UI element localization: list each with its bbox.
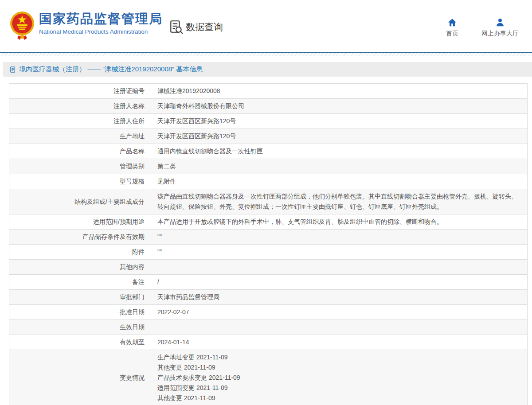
page-title: 境内医疗器械（注册） —— “津械注准20192020008” 基本信息 [19, 65, 203, 74]
row-label: 型号规格 [9, 174, 151, 189]
row-label: 批准日期 [9, 305, 151, 320]
row-value: 天津市药品监督管理局 [151, 290, 528, 305]
row-value: "" [151, 230, 528, 245]
row-value: 天津开发区西区新兴路120号 [151, 129, 528, 144]
table-row: 生产地址 天津开发区西区新兴路120号 [9, 129, 528, 144]
row-label: 产品名称 [9, 144, 151, 159]
change-record-line: 生产地址变更 2021-11-09 [157, 352, 521, 362]
nav-item-home[interactable]: 首页 [440, 18, 465, 38]
national-emblem-logo[interactable] [8, 10, 36, 41]
row-label: 注册人住所 [9, 114, 151, 129]
table-row: 结构及组成/主要组成成分 该产品由直线切割吻合器器身及一次性钉匣两部分组成，他们… [9, 189, 528, 214]
table-row: 型号规格 见附件 [9, 174, 528, 189]
row-value [151, 320, 528, 335]
table-row: 变更情况 生产地址变更 2021-11-09其他变更 2021-11-09产品技… [9, 350, 528, 405]
row-label: 产品储存条件及有效期 [9, 230, 151, 245]
change-record-line: 产品技术要求变更 2021-11-09 [157, 373, 521, 383]
nav-item-label: 首页 [446, 30, 458, 38]
site-subtitle: National Medical Products Administration [39, 28, 163, 35]
row-label: 适用范围/预期用途 [9, 214, 151, 230]
row-label: 生产地址 [9, 129, 151, 144]
row-value: 生产地址变更 2021-11-09其他变更 2021-11-09产品技术要求变更… [151, 350, 528, 405]
decor-hatch-strip [0, 53, 532, 56]
table-row: 适用范围/预期用途 本产品适用于开放或腔镜下的外科手术中，肺、支气管组织及胃、肠… [9, 214, 528, 230]
row-value: 天津开发区西区新兴路120号 [151, 114, 528, 129]
table-row: 产品名称 通用内镜直线切割吻合器及一次性钉匣 [9, 144, 528, 159]
row-value: 2022-02-07 [151, 305, 528, 320]
registration-info-table: 注册证编号 津械注准20192020008 注册人名称 天津瑞奇外科器械股份有限… [9, 83, 528, 405]
national-emblem-icon [8, 10, 36, 41]
user-icon [495, 18, 505, 27]
table-row: 审批部门 天津市药品监督管理局 [9, 290, 528, 305]
home-icon [447, 18, 457, 27]
table-row: 产品储存条件及有效期 "" [9, 230, 528, 245]
data-query-label: 数据查询 [186, 21, 223, 33]
row-label: 结构及组成/主要组成成分 [9, 189, 151, 214]
header-nav: 首页 网上办事大厅 [440, 18, 519, 38]
nav-item-service-hall[interactable]: 网上办事大厅 [481, 18, 519, 38]
row-label: 审批部门 [9, 290, 151, 305]
table-row: 备注 / [9, 275, 528, 290]
change-record-line: 其他变更 2021-11-09 [157, 393, 521, 403]
row-label: 生效日期 [9, 320, 151, 335]
row-value: 津械注准20192020008 [151, 84, 528, 99]
row-value: 天津瑞奇外科器械股份有限公司 [151, 99, 528, 114]
row-label: 其他内容 [9, 260, 151, 275]
row-label: 附件 [9, 245, 151, 260]
registration-info-table-wrap: 注册证编号 津械注准20192020008 注册人名称 天津瑞奇外科器械股份有限… [9, 83, 528, 405]
site-title: 国家药品监督管理局 [39, 12, 163, 26]
row-label: 注册人名称 [9, 99, 151, 114]
change-record-line: 其他变更 2021-11-09 [157, 362, 521, 373]
table-row: 批准日期 2022-02-07 [9, 305, 528, 320]
info-table-body: 注册证编号 津械注准20192020008 注册人名称 天津瑞奇外科器械股份有限… [9, 84, 528, 405]
nav-item-label: 网上办事大厅 [481, 30, 519, 38]
row-value: "" [151, 245, 528, 260]
row-value [151, 260, 528, 275]
table-row: 注册人名称 天津瑞奇外科器械股份有限公司 [9, 99, 528, 114]
row-label: 有效期至 [9, 335, 151, 350]
table-row: 附件 "" [9, 245, 528, 260]
row-label: 注册证编号 [9, 84, 151, 99]
row-value: 2024-01-14 [151, 335, 528, 350]
site-header: 国家药品监督管理局 National Medical Products Admi… [0, 0, 532, 52]
row-label: 管理类别 [9, 159, 151, 174]
row-value: 第二类 [151, 159, 528, 174]
row-value: 见附件 [151, 174, 528, 189]
row-value: 本产品适用于开放或腔镜下的外科手术中，肺、支气管组织及胃、肠及组织中血管的切除、… [151, 214, 528, 230]
table-row: 有效期至 2024-01-14 [9, 335, 528, 350]
table-row: 生效日期 [9, 320, 528, 335]
row-value: 该产品由直线切割吻合器器身及一次性钉匣两部分组成，他们分别单独包装。其中直线切割… [151, 189, 528, 214]
table-row: 注册证编号 津械注准20192020008 [9, 84, 528, 99]
table-row: 注册人住所 天津开发区西区新兴路120号 [9, 114, 528, 129]
data-query-link[interactable]: 数据查询 [168, 19, 223, 35]
document-search-icon [168, 19, 184, 35]
brand-block: 国家药品监督管理局 National Medical Products Admi… [39, 12, 163, 35]
row-value: / [151, 275, 528, 290]
table-row: 其他内容 [9, 260, 528, 275]
row-value: 通用内镜直线切割吻合器及一次性钉匣 [151, 144, 528, 159]
row-label: 变更情况 [9, 350, 151, 405]
document-icon [9, 66, 16, 73]
row-label: 备注 [9, 275, 151, 290]
change-record-line: 适用范围变更 2021-11-09 [157, 383, 521, 393]
page-title-bar: 境内医疗器械（注册） —— “津械注准20192020008” 基本信息 [3, 62, 532, 77]
table-row: 管理类别 第二类 [9, 159, 528, 174]
